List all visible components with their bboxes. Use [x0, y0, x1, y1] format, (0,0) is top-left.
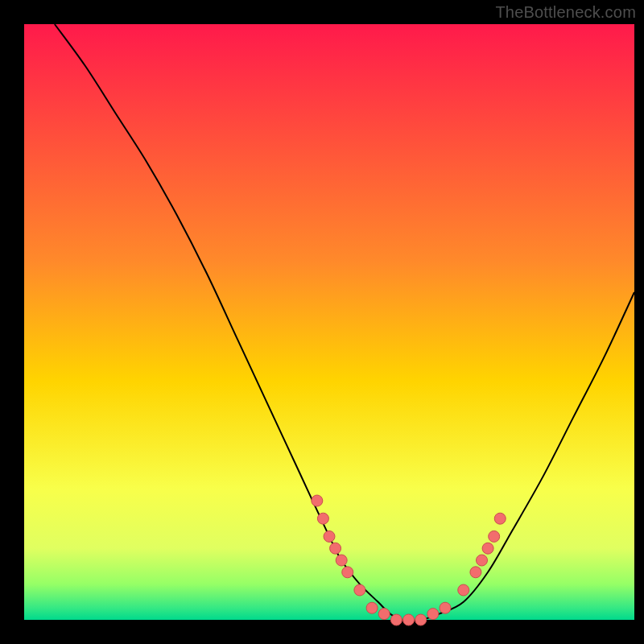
chart-container: TheBottleneck.com: [0, 0, 644, 644]
marker-dot: [477, 555, 488, 566]
marker-dot: [470, 567, 481, 578]
watermark-text: TheBottleneck.com: [495, 3, 636, 22]
marker-dot: [489, 530, 500, 542]
marker-dot: [324, 530, 335, 542]
marker-dot: [330, 543, 341, 554]
marker-dot: [458, 584, 469, 596]
marker-dot: [390, 614, 402, 625]
marker-dot: [342, 567, 353, 578]
marker-dot: [440, 602, 451, 613]
marker-dot: [482, 543, 493, 554]
marker-dot: [494, 513, 506, 524]
marker-dot: [336, 555, 347, 566]
marker-dot: [403, 614, 415, 625]
marker-dot: [354, 584, 365, 596]
marker-dot: [317, 513, 328, 524]
marker-dot: [312, 495, 323, 506]
bottleneck-chart: [0, 0, 644, 644]
marker-dot: [415, 614, 427, 625]
marker-dot: [378, 609, 390, 620]
marker-dot: [366, 602, 378, 613]
marker-dot: [427, 609, 439, 620]
